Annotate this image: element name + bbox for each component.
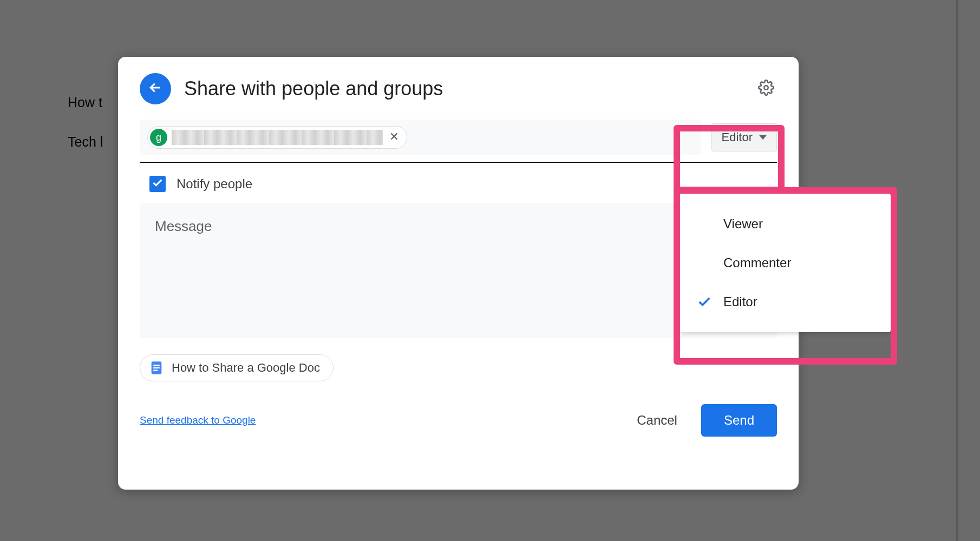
dropdown-item-viewer[interactable]: Viewer <box>680 204 891 243</box>
person-chip[interactable]: g <box>147 126 407 149</box>
background-text-line1: How t <box>68 95 102 110</box>
gear-icon <box>758 80 774 98</box>
attachment-label: How to Share a Google Doc <box>172 361 320 375</box>
notify-checkbox[interactable] <box>149 176 166 192</box>
modal-title: Share with people and groups <box>184 77 742 100</box>
role-selector[interactable]: Editor <box>711 123 777 151</box>
check-icon <box>152 177 164 191</box>
caret-down-icon <box>759 130 767 144</box>
modal-header: Share with people and groups <box>140 73 777 104</box>
dropdown-item-commenter[interactable]: Commenter <box>680 243 891 282</box>
chip-remove-button[interactable] <box>387 130 401 144</box>
arrow-left-icon <box>147 80 164 98</box>
chip-avatar: g <box>150 129 167 146</box>
attachment-chip[interactable]: How to Share a Google Doc <box>140 354 334 381</box>
svg-rect-2 <box>153 365 160 366</box>
people-input[interactable]: g <box>140 120 701 155</box>
back-button[interactable] <box>140 73 171 104</box>
send-button[interactable]: Send <box>701 404 777 437</box>
dropdown-item-editor[interactable]: Editor <box>680 282 891 321</box>
role-selector-label: Editor <box>722 130 753 144</box>
background-text-line2: Tech l <box>68 134 103 150</box>
dropdown-item-label: Commenter <box>723 255 791 270</box>
notify-label: Notify people <box>177 176 252 192</box>
settings-button[interactable] <box>755 78 777 100</box>
cancel-button[interactable]: Cancel <box>623 405 691 436</box>
feedback-link[interactable]: Send feedback to Google <box>140 414 256 426</box>
message-placeholder: Message <box>155 218 762 235</box>
dropdown-item-label: Viewer <box>723 216 763 232</box>
check-icon <box>696 294 713 309</box>
modal-footer: Send feedback to Google Cancel Send <box>140 404 777 437</box>
close-icon <box>388 130 400 144</box>
people-input-row: g Editor <box>140 120 777 163</box>
svg-rect-3 <box>153 367 160 368</box>
svg-point-0 <box>764 85 768 90</box>
notify-row: Notify people <box>140 176 777 192</box>
docs-icon <box>149 360 164 375</box>
right-divider <box>956 0 958 541</box>
role-dropdown-menu: Viewer Commenter Editor <box>680 194 891 332</box>
chip-email-redacted <box>172 130 383 145</box>
dropdown-item-label: Editor <box>723 294 757 309</box>
svg-rect-4 <box>153 370 158 371</box>
